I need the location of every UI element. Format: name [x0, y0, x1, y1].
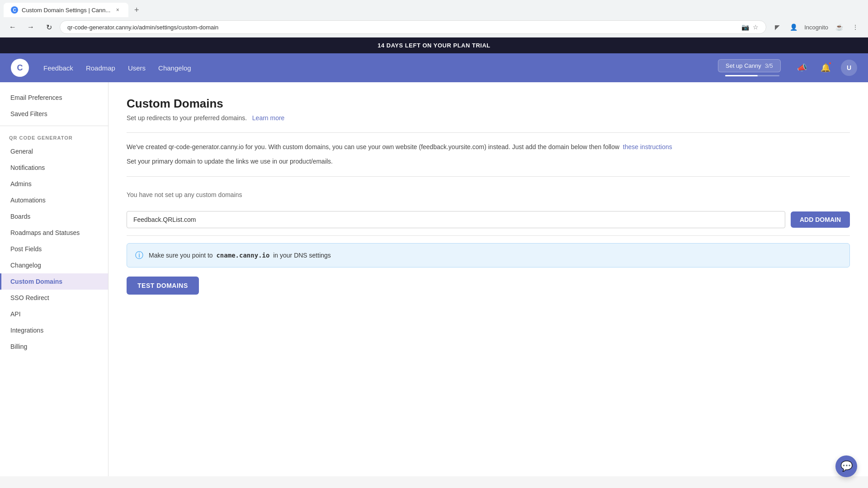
page-title: Custom Domains	[127, 97, 850, 111]
sidebar-item-billing[interactable]: Billing	[0, 338, 108, 355]
incognito-label: Incognito	[802, 24, 830, 31]
sidebar-item-notifications[interactable]: Notifications	[0, 160, 108, 176]
progress-bar-fill	[725, 75, 758, 76]
setup-progress-bar-container	[718, 72, 787, 76]
test-domains-button[interactable]: TEST DOMAINS	[127, 277, 199, 295]
learn-more-link[interactable]: Learn more	[252, 114, 285, 122]
browser-toolbar-right: ◤ 👤 Incognito ☕ ⋮	[770, 20, 863, 34]
dns-notice: ⓘ Make sure you point to cname.canny.io …	[127, 243, 850, 267]
sidebar-item-post-fields[interactable]: Post Fields	[0, 241, 108, 257]
sidebar-item-label: Saved Filters	[10, 110, 47, 117]
sidebar-item-label: API	[10, 310, 21, 318]
header-nav: Feedback Roadmap Users Changelog	[43, 62, 191, 74]
sidebar-item-sso-redirect[interactable]: SSO Redirect	[0, 290, 108, 306]
url-text: qr-code-generator.canny.io/admin/setting…	[67, 24, 738, 31]
sidebar-item-roadmaps-statuses[interactable]: Roadmaps and Statuses	[0, 225, 108, 241]
tab-close-button[interactable]: ×	[114, 6, 121, 14]
notification-dot	[828, 61, 832, 65]
sidebar-item-label: Email Preferences	[10, 94, 62, 101]
nav-feedback[interactable]: Feedback	[43, 62, 73, 74]
page-subtitle: Set up redirects to your preferred domai…	[127, 114, 850, 122]
sidebar-divider-1	[0, 126, 108, 126]
camera-icon: 📷	[741, 23, 749, 31]
content-divider-1	[127, 132, 850, 133]
sidebar-item-changelog[interactable]: Changelog	[0, 257, 108, 273]
subtitle-text: Set up redirects to your preferred domai…	[127, 114, 247, 122]
nav-roadmap[interactable]: Roadmap	[86, 62, 115, 74]
trial-banner: 14 DAYS LEFT ON YOUR PLAN TRIAL	[0, 38, 868, 53]
tab-title: Custom Domain Settings | Cann...	[22, 7, 110, 14]
new-tab-button[interactable]: +	[130, 4, 143, 16]
sidebar-item-api[interactable]: API	[0, 306, 108, 322]
add-domain-button[interactable]: ADD DOMAIN	[791, 211, 850, 228]
extensions-icon[interactable]: ☕	[832, 20, 846, 34]
trial-banner-text: 14 DAYS LEFT ON YOUR PLAN TRIAL	[377, 42, 491, 49]
star-icon: ☆	[753, 23, 759, 31]
sidebar-item-integrations[interactable]: Integrations	[0, 322, 108, 338]
user-avatar[interactable]: U	[841, 60, 857, 76]
domain-input[interactable]	[127, 211, 785, 228]
sidebar-item-boards[interactable]: Boards	[0, 208, 108, 225]
sidebar-item-label: SSO Redirect	[10, 294, 49, 301]
app-layout: Email Preferences Saved Filters QR CODE …	[0, 82, 868, 476]
tab-bar: C Custom Domain Settings | Cann... × +	[0, 0, 868, 17]
sidebar-item-label: Custom Domains	[10, 278, 62, 285]
address-bar: ← → ↻ qr-code-generator.canny.io/admin/s…	[0, 17, 868, 37]
instructions-link[interactable]: these instructions	[623, 143, 672, 150]
progress-bar-track	[725, 75, 779, 76]
cast-icon[interactable]: ◤	[770, 20, 784, 34]
sidebar-item-general[interactable]: General	[0, 143, 108, 160]
sidebar-item-label: Integrations	[10, 327, 43, 334]
back-button[interactable]: ←	[5, 20, 20, 34]
sidebar-item-label: Boards	[10, 213, 30, 220]
setup-canny-progress: 3/5	[765, 62, 773, 69]
sidebar-item-label: Post Fields	[10, 245, 42, 253]
chat-widget-button[interactable]: 💬	[835, 455, 857, 476]
sidebar-item-email-preferences[interactable]: Email Preferences	[0, 89, 108, 106]
notifications-button[interactable]: 🔔	[817, 60, 834, 76]
sidebar-item-label: Notifications	[10, 164, 45, 171]
sidebar: Email Preferences Saved Filters QR CODE …	[0, 82, 108, 476]
dns-notice-text: Make sure you point to cname.canny.io in…	[149, 252, 331, 259]
set-primary-text: Set your primary domain to update the li…	[127, 156, 850, 167]
url-bar[interactable]: qr-code-generator.canny.io/admin/setting…	[60, 20, 766, 34]
header-right: Set up Canny 3/5 📣 🔔 U	[718, 59, 857, 76]
active-tab[interactable]: C Custom Domain Settings | Cann... ×	[4, 3, 128, 17]
no-domains-message: You have not set up any custom domains	[127, 186, 850, 204]
info-paragraph: We've created qr-code-generator.canny.io…	[127, 142, 850, 153]
sidebar-section-label: QR CODE GENERATOR	[0, 130, 108, 143]
content-divider-2	[127, 176, 850, 177]
sidebar-item-label: Admins	[10, 180, 32, 188]
announcements-button[interactable]: 📣	[794, 60, 810, 76]
main-content: Custom Domains Set up redirects to your …	[108, 82, 868, 476]
chat-icon: 💬	[840, 460, 853, 472]
sidebar-item-label: Billing	[10, 343, 27, 350]
dns-cname: cname.canny.io	[216, 252, 269, 259]
reload-button[interactable]: ↻	[42, 20, 56, 34]
app-logo[interactable]: C	[11, 59, 29, 77]
browser-chrome: C Custom Domain Settings | Cann... × + ←…	[0, 0, 868, 38]
sidebar-item-automations[interactable]: Automations	[0, 192, 108, 208]
sidebar-item-saved-filters[interactable]: Saved Filters	[0, 106, 108, 122]
sidebar-item-label: Changelog	[10, 262, 41, 269]
forward-button[interactable]: →	[24, 20, 38, 34]
sidebar-item-custom-domains[interactable]: Custom Domains	[0, 273, 108, 290]
setup-canny-button[interactable]: Set up Canny 3/5	[718, 59, 781, 72]
nav-users[interactable]: Users	[128, 62, 146, 74]
info-icon: ⓘ	[135, 250, 143, 261]
sidebar-item-admins[interactable]: Admins	[0, 176, 108, 192]
menu-icon[interactable]: ⋮	[848, 20, 863, 34]
tab-favicon: C	[11, 6, 18, 14]
sidebar-item-label: Automations	[10, 197, 46, 204]
app-header: C Feedback Roadmap Users Changelog Set u…	[0, 53, 868, 82]
nav-changelog[interactable]: Changelog	[158, 62, 191, 74]
domain-input-row: ADD DOMAIN	[127, 211, 850, 236]
setup-canny-widget[interactable]: Set up Canny 3/5	[718, 59, 787, 76]
url-icons: 📷 ☆	[741, 23, 759, 31]
profile-icon[interactable]: 👤	[786, 20, 801, 34]
sidebar-item-label: General	[10, 148, 33, 155]
megaphone-icon: 📣	[797, 63, 807, 73]
sidebar-item-label: Roadmaps and Statuses	[10, 229, 80, 236]
setup-canny-label: Set up Canny	[726, 62, 761, 69]
avatar-initials: U	[847, 64, 851, 71]
